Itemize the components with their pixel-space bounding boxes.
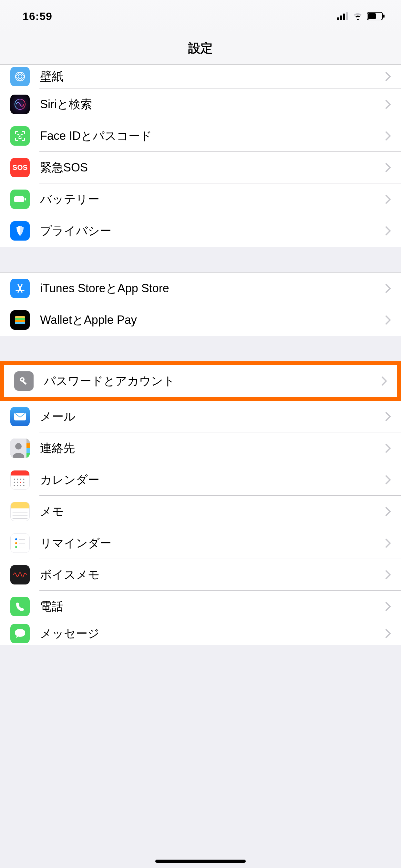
status-indicators bbox=[337, 12, 385, 20]
svg-rect-18 bbox=[15, 322, 25, 324]
svg-rect-13 bbox=[25, 198, 26, 200]
wallpaper-icon bbox=[10, 67, 30, 86]
group-spacer bbox=[0, 247, 401, 272]
nav-header: 設定 bbox=[0, 32, 401, 65]
svg-point-38 bbox=[23, 482, 25, 483]
appstore-icon bbox=[10, 279, 30, 298]
svg-rect-30 bbox=[11, 470, 29, 475]
row-label: パスワードとアカウント bbox=[44, 373, 382, 389]
svg-point-11 bbox=[22, 134, 22, 135]
svg-point-47 bbox=[15, 538, 17, 540]
settings-row-itunes[interactable]: iTunes StoreとApp Store bbox=[0, 273, 401, 304]
svg-point-10 bbox=[18, 134, 19, 135]
calendar-icon bbox=[10, 470, 30, 490]
settings-row-battery[interactable]: バッテリー bbox=[0, 183, 401, 215]
settings-row-voicememos[interactable]: ボイスメモ bbox=[0, 559, 401, 591]
settings-row-wallet[interactable]: WalletとApple Pay bbox=[0, 304, 401, 336]
chevron-right-icon bbox=[385, 100, 391, 109]
row-label: 連絡先 bbox=[40, 440, 385, 456]
settings-row-mail[interactable]: メール bbox=[0, 401, 401, 432]
phone-icon bbox=[10, 597, 30, 616]
chevron-right-icon bbox=[385, 163, 391, 172]
cellular-icon bbox=[337, 12, 349, 20]
chevron-right-icon bbox=[385, 475, 391, 485]
row-label: 緊急SOS bbox=[40, 160, 385, 176]
chevron-right-icon bbox=[385, 412, 391, 421]
battery-icon bbox=[367, 12, 385, 20]
svg-rect-29 bbox=[27, 453, 30, 458]
row-label: プライバシー bbox=[40, 223, 385, 239]
voicememo-icon bbox=[10, 565, 30, 585]
chevron-right-icon bbox=[385, 507, 391, 516]
settings-row-phone[interactable]: 電話 bbox=[0, 591, 401, 622]
settings-row-privacy[interactable]: プライバシー bbox=[0, 215, 401, 247]
messages-icon bbox=[10, 624, 30, 643]
chevron-right-icon bbox=[385, 444, 391, 453]
row-label: iTunes StoreとApp Store bbox=[40, 281, 385, 297]
svg-rect-1 bbox=[340, 16, 342, 20]
svg-point-35 bbox=[14, 482, 15, 483]
row-label: メモ bbox=[40, 504, 385, 520]
chevron-right-icon bbox=[385, 131, 391, 141]
svg-rect-5 bbox=[368, 13, 376, 19]
svg-point-8 bbox=[18, 74, 22, 79]
chevron-right-icon bbox=[382, 376, 387, 385]
chevron-right-icon bbox=[385, 538, 391, 548]
chevron-right-icon bbox=[385, 570, 391, 579]
chevron-right-icon bbox=[385, 602, 391, 611]
row-label: メール bbox=[40, 409, 385, 425]
home-indicator[interactable] bbox=[155, 860, 246, 863]
svg-point-41 bbox=[20, 485, 21, 486]
svg-point-42 bbox=[23, 485, 25, 486]
row-label: WalletとApple Pay bbox=[40, 312, 385, 328]
svg-point-20 bbox=[21, 378, 23, 380]
privacy-icon bbox=[10, 221, 30, 241]
status-time: 16:59 bbox=[23, 10, 52, 23]
svg-rect-2 bbox=[343, 13, 345, 20]
svg-point-33 bbox=[20, 478, 21, 480]
battery-setting-icon bbox=[10, 190, 30, 209]
svg-rect-43 bbox=[11, 502, 29, 508]
settings-row-notes[interactable]: メモ bbox=[0, 496, 401, 527]
settings-row-contacts[interactable]: 連絡先 bbox=[0, 432, 401, 464]
svg-point-34 bbox=[23, 478, 25, 480]
settings-list[interactable]: 壁紙 Siriと検索 Face IDとパスコード SOS 緊急SOS bbox=[0, 65, 401, 645]
svg-rect-3 bbox=[346, 12, 348, 20]
key-icon bbox=[14, 371, 34, 391]
siri-icon bbox=[10, 95, 30, 114]
status-bar: 16:59 bbox=[0, 0, 401, 32]
svg-rect-6 bbox=[383, 14, 384, 18]
svg-point-40 bbox=[17, 485, 18, 486]
chevron-right-icon bbox=[385, 226, 391, 236]
chevron-right-icon bbox=[385, 72, 391, 81]
chevron-right-icon bbox=[385, 315, 391, 324]
settings-row-passwords[interactable]: パスワードとアカウント bbox=[4, 365, 397, 397]
wifi-icon bbox=[352, 12, 363, 20]
settings-row-siri[interactable]: Siriと検索 bbox=[0, 89, 401, 120]
svg-point-37 bbox=[20, 482, 21, 483]
settings-row-calendar[interactable]: カレンダー bbox=[0, 464, 401, 496]
settings-row-wallpaper[interactable]: 壁紙 bbox=[0, 65, 401, 89]
svg-point-51 bbox=[15, 546, 17, 548]
mail-icon bbox=[10, 407, 30, 426]
svg-point-36 bbox=[17, 482, 18, 483]
settings-row-faceid[interactable]: Face IDとパスコード bbox=[0, 120, 401, 152]
highlighted-row-container: パスワードとアカウント bbox=[0, 361, 401, 401]
settings-row-reminders[interactable]: リマインダー bbox=[0, 527, 401, 559]
wallet-icon bbox=[10, 310, 30, 330]
row-label: Face IDとパスコード bbox=[40, 128, 385, 144]
svg-rect-27 bbox=[27, 443, 30, 448]
settings-group: iTunes StoreとApp Store WalletとApple Pay bbox=[0, 272, 401, 336]
settings-row-messages[interactable]: メッセージ bbox=[0, 622, 401, 645]
row-label: 電話 bbox=[40, 599, 385, 615]
row-label: ボイスメモ bbox=[40, 567, 385, 583]
chevron-right-icon bbox=[385, 195, 391, 204]
settings-row-sos[interactable]: SOS 緊急SOS bbox=[0, 152, 401, 183]
svg-rect-12 bbox=[14, 196, 24, 202]
svg-point-31 bbox=[14, 478, 15, 480]
svg-point-25 bbox=[15, 443, 22, 450]
svg-point-32 bbox=[17, 478, 18, 480]
row-label: 壁紙 bbox=[40, 69, 385, 85]
reminders-icon bbox=[10, 533, 30, 553]
settings-group: パスワードとアカウント メール 連絡先 カレンダー bbox=[0, 361, 401, 645]
